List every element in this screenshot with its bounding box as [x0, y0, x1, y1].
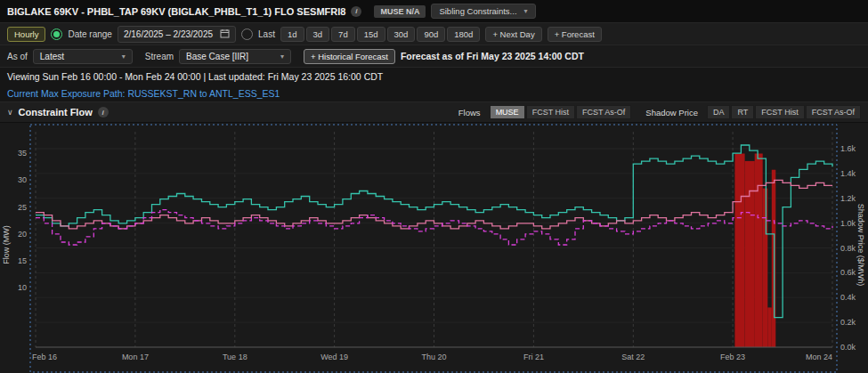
hourly-button[interactable]: Hourly	[7, 27, 45, 42]
last-90d-button[interactable]: 90d	[417, 27, 445, 42]
chevron-down-icon: ▾	[280, 53, 284, 61]
flows-fcst-hist-toggle[interactable]: FCST Hist	[526, 105, 575, 119]
shadow-price-bar	[745, 161, 755, 347]
collapse-chevron-icon[interactable]: ∨	[7, 108, 13, 117]
shadow-price-bar	[763, 189, 768, 347]
x-axis-tick: Mon 24	[806, 353, 832, 361]
date-range-value: 2/16/2025 – 2/23/2025	[124, 29, 213, 39]
last-30d-button[interactable]: 30d	[387, 27, 416, 42]
right-axis-tick: 1.0k	[840, 219, 856, 228]
shadow-price-bar	[755, 154, 763, 348]
forecast-button[interactable]: + Forecast	[548, 27, 602, 42]
stream-value: Base Case [IIR]	[186, 52, 248, 61]
calendar-icon[interactable]	[220, 28, 230, 40]
viewing-status-text: Viewing Sun Feb 16 00:00 - Mon Feb 24 00…	[7, 71, 383, 82]
historical-forecast-button[interactable]: + Historical Forecast	[304, 49, 395, 64]
muse-badge: MUSE N/A	[374, 5, 426, 18]
x-axis-tick: Feb 23	[720, 353, 745, 361]
stream-label: Stream	[145, 52, 174, 61]
info-icon[interactable]: i	[351, 6, 361, 17]
x-axis-tick: Thu 20	[421, 353, 446, 361]
last-3d-button[interactable]: 3d	[306, 27, 330, 42]
constraint-flow-chart[interactable]: 1015202530350.0k0.2k0.4k0.6k0.8k1.0k1.2k…	[0, 123, 868, 373]
x-axis-tick: Mon 17	[122, 353, 149, 361]
x-axis-tick: Wed 19	[320, 353, 348, 361]
exposure-path-row: Current Max Exposure Path: RUSSEKST_RN t…	[0, 85, 868, 102]
next-day-button[interactable]: + Next Day	[485, 27, 541, 42]
chevron-down-icon: ▾	[524, 7, 528, 15]
stream-select[interactable]: Base Case [IIR] ▾	[179, 49, 291, 64]
stream-toolbar: As of Latest ▾ Stream Base Case [IIR] ▾ …	[0, 45, 868, 68]
chart-info-icon[interactable]: i	[98, 107, 109, 118]
x-axis-tick: Fri 21	[523, 353, 544, 361]
right-axis-tick: 1.2k	[840, 194, 856, 203]
sibling-constraints-label: Sibling Constraints...	[439, 6, 516, 16]
viewing-status-row: Viewing Sun Feb 16 00:00 - Mon Feb 24 00…	[0, 68, 868, 85]
right-axis-tick: 0.0k	[840, 343, 856, 352]
shadow-price-bar	[734, 154, 744, 348]
last-radio[interactable]	[241, 28, 253, 40]
flows-toggle-group: MUSE FCST Hist FCST As-Of	[490, 105, 632, 119]
left-axis-tick: 30	[18, 175, 27, 184]
flows-fcst-asof-toggle[interactable]: FCST As-Of	[576, 105, 631, 119]
date-range-radio[interactable]	[51, 28, 62, 40]
range-toolbar: Hourly Date range 2/16/2025 – 2/23/2025 …	[0, 23, 868, 45]
left-axis-title: Flow (MW)	[2, 225, 11, 264]
sibling-constraints-dropdown[interactable]: Sibling Constraints... ▾	[431, 4, 535, 19]
last-buttons: 1d 3d 7d 15d 30d 90d 180d	[280, 27, 480, 42]
x-axis-tick: Sat 22	[621, 353, 645, 361]
as-of-label: As of	[7, 52, 28, 61]
as-of-value: Latest	[40, 52, 64, 61]
shadow-rt-toggle[interactable]: RT	[731, 105, 754, 119]
last-label: Last	[258, 29, 275, 39]
right-axis-tick: 0.8k	[840, 244, 856, 253]
shadow-price-bar	[767, 307, 772, 347]
x-axis-tick: Feb 16	[32, 353, 57, 361]
title-bar: BIGLAKE 69KV - PHBL_TAP 69KV (BIGLAK_PHB…	[0, 0, 868, 23]
date-range-input[interactable]: 2/16/2025 – 2/23/2025	[118, 26, 236, 43]
as-of-select[interactable]: Latest ▾	[33, 49, 133, 64]
x-axis-tick: Tue 18	[223, 353, 247, 361]
shadow-fcst-asof-toggle[interactable]: FCST As-Of	[806, 105, 861, 119]
max-exposure-path-link[interactable]: Current Max Exposure Path: RUSSEKST_RN t…	[7, 88, 280, 99]
flows-muse-toggle[interactable]: MUSE	[490, 105, 525, 119]
right-axis-tick: 1.4k	[840, 169, 856, 178]
shadow-da-toggle[interactable]: DA	[707, 105, 731, 119]
chart-svg[interactable]: 1015202530350.0k0.2k0.4k0.6k0.8k1.0k1.2k…	[0, 123, 868, 373]
left-axis-tick: 35	[18, 149, 27, 158]
page-title: BIGLAKE 69KV - PHBL_TAP 69KV (BIGLAK_PHB…	[7, 6, 345, 17]
last-1d-button[interactable]: 1d	[280, 27, 304, 42]
chart-title: Constraint Flow	[19, 107, 93, 118]
forecast-as-of-text: Forecast as of Fri May 23 2025 14:00 CDT	[401, 51, 584, 61]
right-axis-tick: 0.6k	[840, 268, 856, 277]
left-axis-tick: 20	[18, 230, 27, 239]
right-axis-tick: 0.4k	[840, 293, 856, 302]
shadow-price-toggle-group: DA RT FCST Hist FCST As-Of	[707, 105, 861, 119]
chart-header: ∨ Constraint Flow i Flows MUSE FCST Hist…	[0, 102, 868, 123]
right-axis-tick: 0.2k	[840, 318, 856, 327]
shadow-price-label: Shadow Price	[645, 108, 698, 118]
left-axis-tick: 25	[18, 203, 27, 212]
app-root: BIGLAKE 69KV - PHBL_TAP 69KV (BIGLAK_PHB…	[0, 0, 868, 373]
shadow-fcst-hist-toggle[interactable]: FCST Hist	[755, 105, 804, 119]
left-axis-tick: 10	[18, 283, 27, 292]
right-axis-title: Shadow Price ($/MWh)	[856, 204, 865, 287]
flows-label: Flows	[458, 108, 481, 118]
right-axis-tick: 1.6k	[840, 144, 856, 153]
last-7d-button[interactable]: 7d	[331, 27, 355, 42]
left-axis-tick: 15	[18, 256, 27, 265]
last-15d-button[interactable]: 15d	[357, 27, 385, 42]
chevron-down-icon: ▾	[122, 53, 126, 61]
last-180d-button[interactable]: 180d	[447, 27, 480, 42]
date-range-label: Date range	[68, 29, 111, 39]
